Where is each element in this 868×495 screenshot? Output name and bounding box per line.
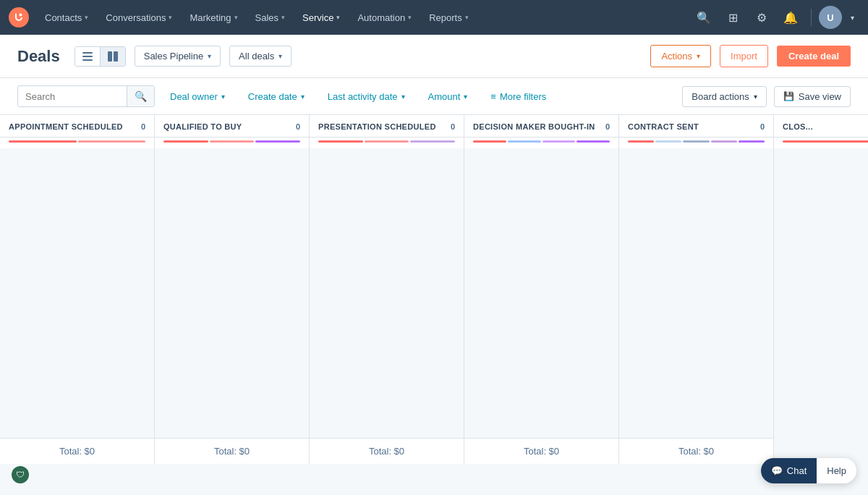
conversations-chevron-icon: ▾	[169, 14, 172, 21]
svg-rect-2	[82, 52, 93, 54]
progress-bar-segment	[655, 140, 681, 143]
reports-chevron-icon: ▾	[465, 14, 469, 21]
chat-button[interactable]: 💬 Chat	[761, 458, 817, 464]
svg-rect-3	[82, 56, 93, 57]
column-header-3: DECISION MAKER BOUGHT-IN0	[464, 115, 618, 138]
column-bars-5	[774, 138, 868, 148]
pipeline-chevron-icon: ▾	[208, 52, 211, 60]
filter-dropdown[interactable]: All deals ▾	[229, 46, 292, 67]
board-actions-button[interactable]: Board actions ▾	[682, 86, 767, 107]
nav-sales[interactable]: Sales ▾	[248, 9, 293, 26]
column-count-4: 0	[760, 122, 765, 131]
progress-bar-segment	[508, 140, 541, 143]
import-button[interactable]: Import	[720, 45, 768, 67]
nav-contacts[interactable]: Contacts ▾	[38, 9, 95, 26]
contacts-chevron-icon: ▾	[85, 14, 88, 21]
column-body-4[interactable]	[619, 148, 773, 438]
column-count-0: 0	[141, 122, 145, 131]
amount-filter[interactable]: Amount ▾	[420, 86, 476, 107]
svg-point-0	[9, 7, 29, 28]
progress-bar-segment	[711, 140, 737, 143]
search-box: 🔍	[17, 85, 155, 107]
last-activity-chevron-icon: ▾	[401, 93, 405, 101]
progress-bar-segment	[783, 140, 868, 143]
hubspot-logo[interactable]	[9, 7, 29, 28]
svg-point-1	[20, 14, 22, 17]
column-title-3: DECISION MAKER BOUGHT-IN	[473, 122, 595, 131]
progress-bar-segment	[628, 140, 654, 143]
page-title: Deals	[17, 47, 60, 66]
last-activity-filter[interactable]: Last activity date ▾	[320, 86, 413, 107]
topnav-divider	[811, 9, 812, 26]
column-count-2: 0	[451, 122, 455, 131]
board-column-4: CONTRACT SENT0Total: $0	[619, 115, 774, 464]
column-bars-2	[310, 138, 464, 148]
board-view-button[interactable]	[100, 47, 125, 66]
column-header-5: CLOS...	[774, 115, 868, 138]
column-count-1: 0	[296, 122, 300, 131]
column-header-1: QUALIFIED TO BUY0	[155, 115, 309, 138]
column-title-4: CONTRACT SENT	[628, 122, 699, 131]
notifications-icon-button[interactable]: 🔔	[778, 4, 804, 30]
nav-conversations[interactable]: Conversations ▾	[98, 9, 179, 26]
create-date-filter[interactable]: Create date ▾	[240, 86, 312, 107]
column-footer-2: Total: $0	[310, 438, 464, 464]
board-column-0: APPOINTMENT SCHEDULED0Total: $0	[0, 115, 155, 464]
deal-owner-chevron-icon: ▾	[221, 93, 225, 101]
view-toggle-group	[75, 46, 126, 67]
pipeline-label: Sales Pipeline	[144, 51, 203, 62]
board-columns: APPOINTMENT SCHEDULED0Total: $0QUALIFIED…	[0, 115, 868, 464]
automation-chevron-icon: ▾	[408, 14, 412, 21]
nav-service[interactable]: Service ▾	[295, 9, 347, 26]
nav-reports[interactable]: Reports ▾	[422, 9, 476, 26]
list-view-button[interactable]	[75, 47, 100, 66]
save-view-button[interactable]: 💾 Save view	[774, 86, 851, 107]
progress-bar-segment	[410, 140, 455, 143]
column-title-0: APPOINTMENT SCHEDULED	[9, 122, 123, 131]
amount-chevron-icon: ▾	[464, 93, 467, 101]
sales-chevron-icon: ▾	[281, 14, 285, 21]
pipeline-dropdown[interactable]: Sales Pipeline ▾	[135, 46, 221, 67]
search-icon-button[interactable]: 🔍	[691, 4, 717, 30]
search-button[interactable]: 🔍	[127, 86, 154, 106]
nav-marketing[interactable]: Marketing ▾	[182, 9, 244, 26]
search-input[interactable]	[18, 87, 127, 106]
nav-automation[interactable]: Automation ▾	[350, 9, 419, 26]
topnav-utility-icons: 🔍 ⊞ ⚙ 🔔 U ▾	[691, 4, 859, 30]
actions-button[interactable]: Actions ▾	[650, 45, 711, 67]
column-body-1[interactable]	[155, 148, 309, 438]
progress-bar-segment	[683, 140, 709, 143]
marketplace-icon-button[interactable]: ⊞	[720, 4, 746, 30]
service-chevron-icon: ▾	[336, 14, 340, 21]
svg-rect-4	[82, 59, 93, 61]
column-header-4: CONTRACT SENT0	[619, 115, 773, 138]
create-deal-button[interactable]: Create deal	[777, 46, 851, 67]
board-column-2: PRESENTATION SCHEDULED0Total: $0	[310, 115, 464, 464]
column-body-3[interactable]	[464, 148, 618, 438]
svg-rect-6	[114, 51, 118, 62]
create-date-chevron-icon: ▾	[301, 93, 305, 101]
progress-bar-segment	[576, 140, 610, 143]
filter-bar: 🔍 Deal owner ▾ Create date ▾ Last activi…	[0, 78, 868, 115]
more-filters-button[interactable]: ≡ More filters	[482, 86, 554, 107]
deal-owner-filter[interactable]: Deal owner ▾	[162, 86, 233, 107]
progress-bar-segment	[473, 140, 506, 143]
settings-icon-button[interactable]: ⚙	[749, 4, 775, 30]
user-menu-chevron-icon[interactable]: ▾	[845, 4, 859, 30]
column-title-1: QUALIFIED TO BUY	[163, 122, 242, 131]
progress-bar-segment	[365, 140, 409, 143]
column-title-2: PRESENTATION SCHEDULED	[318, 122, 436, 131]
save-icon: 💾	[783, 91, 794, 101]
column-bars-0	[0, 138, 154, 148]
column-body-2[interactable]	[310, 148, 464, 438]
filter-lines-icon: ≡	[490, 91, 496, 102]
column-header-2: PRESENTATION SCHEDULED0	[310, 115, 464, 138]
progress-bar-segment	[255, 140, 300, 143]
actions-chevron-icon: ▾	[697, 52, 700, 60]
filter-chevron-icon: ▾	[278, 52, 282, 60]
column-body-5[interactable]	[774, 148, 868, 464]
user-avatar[interactable]: U	[819, 6, 842, 29]
svg-rect-5	[108, 51, 112, 62]
column-body-0[interactable]	[0, 148, 154, 438]
column-bars-1	[155, 138, 309, 148]
